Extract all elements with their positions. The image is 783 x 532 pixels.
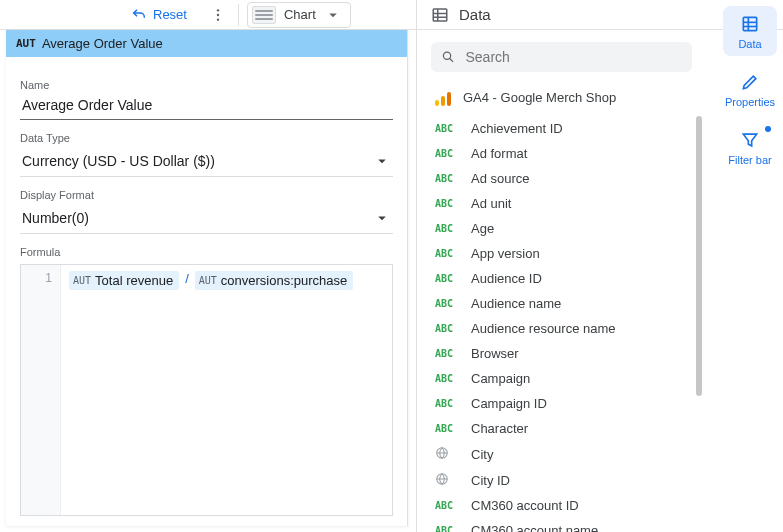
text-type-badge: ABC bbox=[435, 298, 461, 309]
field-item[interactable]: ABCCM360 account name bbox=[435, 518, 688, 532]
text-type-badge: ABC bbox=[435, 398, 461, 409]
filter-icon bbox=[740, 130, 760, 150]
right-dock: Data Properties Filter bar bbox=[717, 6, 783, 172]
globe-icon bbox=[435, 446, 461, 462]
field-item[interactable]: ABCAudience resource name bbox=[435, 316, 688, 341]
field-label: Audience name bbox=[471, 296, 561, 311]
data-panel-header: Data bbox=[417, 0, 706, 30]
svg-rect-3 bbox=[433, 9, 447, 21]
text-type-badge: ABC bbox=[435, 173, 461, 184]
text-type-badge: ABC bbox=[435, 123, 461, 134]
field-label: App version bbox=[471, 246, 540, 261]
undo-icon bbox=[131, 7, 147, 23]
chart-type-dropdown[interactable]: Chart bbox=[247, 2, 351, 28]
dock-data-button[interactable]: Data bbox=[723, 6, 777, 56]
field-item[interactable]: ABCCampaign ID bbox=[435, 391, 688, 416]
scrollbar-thumb[interactable] bbox=[696, 116, 702, 396]
field-item[interactable]: ABCAd unit bbox=[435, 191, 688, 216]
field-list[interactable]: ABCAchievement IDABCAd formatABCAd sourc… bbox=[417, 116, 706, 532]
field-label: Audience ID bbox=[471, 271, 542, 286]
editor-title: Average Order Value bbox=[42, 36, 163, 51]
displayformat-value: Number(0) bbox=[22, 210, 89, 226]
field-label: CM360 account ID bbox=[471, 498, 579, 513]
data-panel: Data GA4 - Google Merch Shop ABCAchievem… bbox=[416, 0, 706, 532]
formula-code[interactable]: AUT Total revenue / AUT conversions:purc… bbox=[61, 265, 392, 515]
operator: / bbox=[183, 271, 191, 286]
field-item[interactable]: ABCAd format bbox=[435, 141, 688, 166]
field-item[interactable]: ABCBrowser bbox=[435, 341, 688, 366]
aut-badge: AUT bbox=[199, 275, 217, 286]
chevron-down-icon bbox=[324, 6, 342, 24]
text-type-badge: ABC bbox=[435, 525, 461, 532]
field-item[interactable]: ABCCM360 account ID bbox=[435, 493, 688, 518]
field-label: Campaign bbox=[471, 371, 530, 386]
field-item[interactable]: ABCAd source bbox=[435, 166, 688, 191]
field-item[interactable]: ABCAudience ID bbox=[435, 266, 688, 291]
displayformat-label: Display Format bbox=[20, 189, 393, 201]
text-type-badge: ABC bbox=[435, 273, 461, 284]
datasource-row[interactable]: GA4 - Google Merch Shop bbox=[417, 82, 706, 116]
metric-token[interactable]: AUT Total revenue bbox=[69, 271, 179, 290]
field-label: Browser bbox=[471, 346, 519, 361]
field-label: Age bbox=[471, 221, 494, 236]
formula-label: Formula bbox=[20, 246, 393, 258]
editor-header: AUT Average Order Value bbox=[6, 30, 407, 57]
svg-point-1 bbox=[217, 13, 219, 15]
svg-point-7 bbox=[443, 52, 450, 59]
text-type-badge: ABC bbox=[435, 248, 461, 259]
displayformat-dropdown[interactable]: Number(0) bbox=[20, 203, 393, 234]
aut-badge: AUT bbox=[73, 275, 91, 286]
field-item[interactable]: ABCAchievement ID bbox=[435, 116, 688, 141]
metric-token[interactable]: AUT conversions:purchase bbox=[195, 271, 354, 290]
svg-point-0 bbox=[217, 9, 219, 11]
calculated-field-editor: AUT Average Order Value Name Data Type C… bbox=[6, 30, 408, 526]
svg-rect-11 bbox=[743, 17, 756, 30]
field-item[interactable]: City bbox=[435, 441, 688, 467]
datasource-name: GA4 - Google Merch Shop bbox=[463, 90, 616, 105]
datatype-dropdown[interactable]: Currency (USD - US Dollar ($)) bbox=[20, 146, 393, 177]
text-type-badge: ABC bbox=[435, 198, 461, 209]
datatype-label: Data Type bbox=[20, 132, 393, 144]
search-input[interactable] bbox=[463, 48, 682, 66]
chevron-down-icon bbox=[373, 152, 391, 170]
notification-dot bbox=[765, 126, 771, 132]
chart-type-label: Chart bbox=[284, 7, 316, 22]
text-type-badge: ABC bbox=[435, 373, 461, 384]
search-icon bbox=[441, 49, 455, 65]
reset-button[interactable]: Reset bbox=[120, 2, 198, 28]
field-item[interactable]: ABCAge bbox=[435, 216, 688, 241]
formula-editor[interactable]: 1 AUT Total revenue / AUT conversions:pu… bbox=[20, 264, 393, 516]
text-type-badge: ABC bbox=[435, 348, 461, 359]
text-type-badge: ABC bbox=[435, 148, 461, 159]
field-label: Campaign ID bbox=[471, 396, 547, 411]
text-type-badge: ABC bbox=[435, 500, 461, 511]
text-type-badge: ABC bbox=[435, 423, 461, 434]
field-item[interactable]: ABCCampaign bbox=[435, 366, 688, 391]
dock-properties-button[interactable]: Properties bbox=[723, 64, 777, 114]
aut-badge: AUT bbox=[16, 37, 36, 50]
pencil-icon bbox=[740, 72, 760, 92]
datatype-value: Currency (USD - US Dollar ($)) bbox=[22, 153, 215, 169]
field-label: Character bbox=[471, 421, 528, 436]
line-gutter: 1 bbox=[21, 265, 61, 515]
field-label: Ad unit bbox=[471, 196, 511, 211]
reset-label: Reset bbox=[153, 7, 187, 22]
name-label: Name bbox=[20, 79, 393, 91]
dock-filterbar-button[interactable]: Filter bar bbox=[723, 122, 777, 172]
field-search[interactable] bbox=[431, 42, 692, 72]
svg-line-8 bbox=[450, 59, 453, 62]
field-label: Audience resource name bbox=[471, 321, 616, 336]
table-chart-icon bbox=[252, 6, 276, 24]
field-label: Ad format bbox=[471, 146, 527, 161]
field-label: Achievement ID bbox=[471, 121, 563, 136]
analytics-icon bbox=[435, 88, 453, 106]
field-item[interactable]: City ID bbox=[435, 467, 688, 493]
field-label: Ad source bbox=[471, 171, 530, 186]
name-input[interactable] bbox=[20, 93, 393, 120]
field-item[interactable]: ABCApp version bbox=[435, 241, 688, 266]
text-type-badge: ABC bbox=[435, 223, 461, 234]
svg-point-2 bbox=[217, 18, 219, 20]
field-item[interactable]: ABCAudience name bbox=[435, 291, 688, 316]
more-menu-button[interactable] bbox=[206, 3, 230, 27]
field-item[interactable]: ABCCharacter bbox=[435, 416, 688, 441]
